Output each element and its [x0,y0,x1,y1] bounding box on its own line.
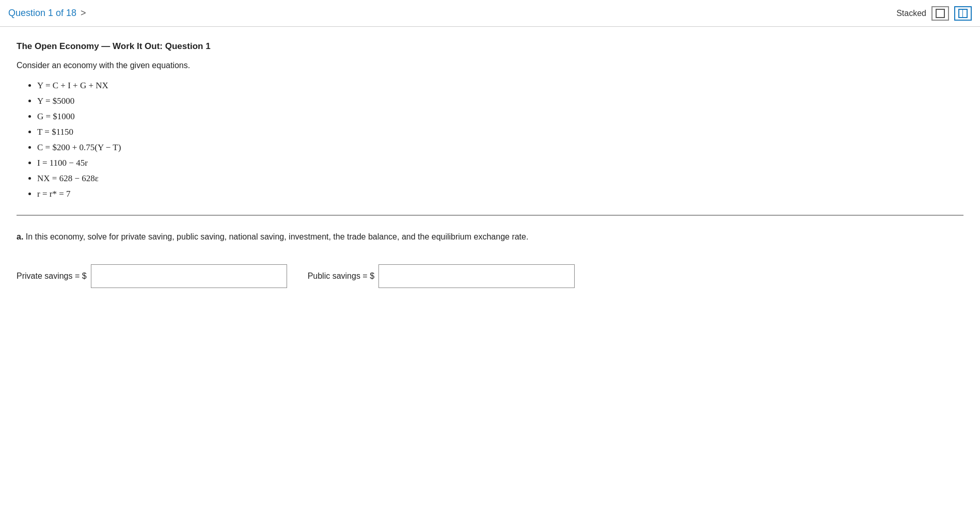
split-view-icon [958,9,968,18]
single-view-button[interactable] [931,6,949,21]
private-savings-label: Private savings = $ [17,272,87,281]
chevron-right-icon: > [81,8,86,19]
private-savings-input[interactable] [91,264,287,288]
equation-8: r = r* = 7 [37,189,71,199]
list-item: T = $1150 [37,127,963,137]
stacked-label: Stacked [896,9,926,18]
single-view-icon [936,9,945,18]
list-item: C = $200 + 0.75(Y − T) [37,142,963,153]
equation-5: C = $200 + 0.75(Y − T) [37,142,121,152]
list-item: G = $1000 [37,111,963,122]
top-bar-left: Question 1 of 18 > [8,8,86,19]
list-item: I = 1100 − 45r [37,158,963,168]
public-savings-label: Public savings = $ [308,272,374,281]
question-part-a: a. In this economy, solve for private sa… [17,230,963,244]
list-item: NX = 628 − 628ε [37,173,963,184]
top-bar: Question 1 of 18 > Stacked [0,0,980,27]
intro-text: Consider an economy with the given equat… [17,61,963,70]
split-view-button[interactable] [954,6,972,21]
list-item: r = r* = 7 [37,189,963,199]
question-part-a-label: a. [17,232,23,241]
list-item: Y = C + I + G + NX [37,81,963,91]
equation-6: I = 1100 − 45r [37,158,88,168]
equation-3: G = $1000 [37,111,75,121]
top-bar-right: Stacked [896,6,972,21]
split-right [963,10,967,17]
public-savings-field: Public savings = $ [308,264,575,288]
question-part-a-text: In this economy, solve for private savin… [26,232,529,241]
section-divider [17,215,963,216]
equation-7: NX = 628 − 628ε [37,173,99,183]
list-item: Y = $5000 [37,96,963,106]
section-title: The Open Economy — Work It Out: Question… [17,41,963,52]
equation-4: T = $1150 [37,127,73,137]
equation-2: Y = $5000 [37,96,74,106]
split-left [959,10,963,17]
answer-row: Private savings = $ Public savings = $ [17,264,963,288]
main-content: The Open Economy — Work It Out: Question… [0,27,980,510]
public-savings-input[interactable] [378,264,575,288]
equation-1: Y = C + I + G + NX [37,81,108,90]
private-savings-field: Private savings = $ [17,264,287,288]
equation-list: Y = C + I + G + NX Y = $5000 G = $1000 T… [17,81,963,199]
question-label: Question 1 of 18 [8,8,76,19]
